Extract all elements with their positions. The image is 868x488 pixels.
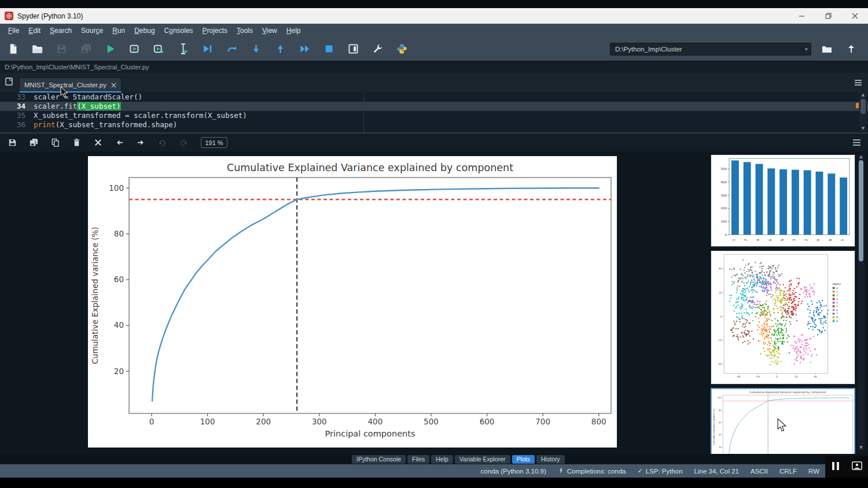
svg-text:7: 7	[744, 239, 748, 241]
pause-icon[interactable]	[832, 461, 840, 473]
scroll-up-icon[interactable]: ▲	[859, 154, 862, 160]
python-path-manager-button[interactable]	[393, 41, 410, 57]
code-line-33[interactable]: 33scaler = StandardScaler()	[0, 93, 868, 102]
pane-tab-ipython-console[interactable]: IPython Console	[352, 455, 406, 464]
menu-source[interactable]: Source	[76, 25, 108, 36]
menu-run[interactable]: Run	[108, 25, 130, 36]
menu-bar: FileEditSearchSourceRunDebugConsolesProj…	[0, 24, 868, 37]
status-ascii[interactable]: ASCII	[751, 468, 768, 475]
scroll-up-icon[interactable]: ▲	[862, 93, 865, 98]
chevron-down-icon[interactable]: ▾	[801, 46, 811, 52]
pane-tab-variable-explorer[interactable]: Variable Explorer	[455, 455, 510, 464]
restore-button[interactable]	[815, 8, 841, 24]
zoom-in-button[interactable]	[177, 136, 190, 149]
run-file-button[interactable]	[102, 41, 118, 57]
save-plot-button[interactable]	[6, 136, 19, 149]
svg-text:40: 40	[719, 267, 722, 270]
pane-tab-plots[interactable]: Plots	[512, 455, 535, 464]
svg-text:1: 1	[836, 290, 838, 293]
zoom-out-button[interactable]	[156, 136, 168, 149]
stop-button[interactable]	[321, 41, 337, 57]
code-line-35[interactable]: 35X_subset_transformed = scaler.transfor…	[0, 111, 868, 120]
svg-text:Cumulative Explained Variance: Cumulative Explained Variance explained …	[749, 391, 826, 394]
svg-text:500: 500	[721, 167, 727, 171]
plots-options-icon[interactable]	[852, 138, 861, 149]
close-button[interactable]	[841, 8, 868, 24]
completions-icon	[558, 468, 564, 474]
recorder-overlay	[825, 456, 868, 478]
thumbnail-cumulative-variance[interactable]: Cumulative Explained Variance explained …	[711, 388, 855, 454]
editor-tab[interactable]: MNIST_Spectral_Cluster.py	[19, 77, 122, 93]
debug-file-button[interactable]	[199, 41, 215, 57]
step-out-button[interactable]	[272, 41, 288, 57]
previous-plot-button[interactable]	[113, 136, 126, 149]
snapshot-icon[interactable]	[852, 461, 862, 472]
browse-working-directory-button[interactable]	[818, 41, 836, 57]
copy-plot-button[interactable]	[49, 136, 61, 149]
editor-scrollbar-thumb[interactable]	[860, 99, 866, 114]
save-button[interactable]	[53, 41, 69, 57]
minimize-button[interactable]	[788, 8, 815, 24]
maximize-pane-button[interactable]	[345, 41, 361, 57]
svg-text:4: 4	[836, 301, 838, 304]
scroll-down-icon[interactable]: ▼	[859, 445, 862, 450]
working-directory-value: D:\Python_Imp\Cluster	[610, 46, 801, 53]
menu-projects[interactable]: Projects	[198, 25, 232, 36]
save-all-plots-button[interactable]	[27, 136, 40, 149]
status-line-34-col-21[interactable]: Line 34, Col 21	[694, 468, 739, 475]
code-editor[interactable]: 33scaler = StandardScaler()34scaler.fit(…	[0, 93, 868, 132]
scroll-down-icon[interactable]: ▼	[862, 126, 865, 131]
menu-tools[interactable]: Tools	[232, 25, 258, 36]
browse-tabs-icon[interactable]	[5, 77, 14, 88]
remove-plot-button[interactable]	[70, 136, 83, 149]
svg-text:40: 40	[114, 320, 124, 330]
editor-scrollbar[interactable]: ▲ ▼	[859, 93, 867, 131]
menu-view[interactable]: View	[258, 25, 282, 36]
run-cell-advance-button[interactable]	[150, 41, 167, 57]
continue-execution-button[interactable]	[296, 41, 312, 57]
menu-search[interactable]: Search	[45, 25, 76, 36]
thumbnail-tsne-scatter[interactable]: -40-2002040-40-2002040labels0123456789	[711, 250, 855, 385]
editor-options-icon[interactable]	[854, 78, 862, 88]
status-completions[interactable]: Completions: conda	[558, 468, 626, 475]
step-out-icon	[275, 43, 286, 54]
run-selection-button[interactable]	[175, 41, 191, 57]
pane-tab-help[interactable]: Help	[431, 455, 453, 464]
run-cell-button[interactable]	[126, 41, 142, 57]
menu-consoles[interactable]: Consoles	[160, 25, 198, 36]
step-over-button[interactable]	[223, 41, 240, 57]
zoom-level: 191 %	[201, 137, 227, 148]
code-line-36[interactable]: 36print(X_subset_transformed.shape)	[0, 120, 868, 130]
svg-text:1: 1	[731, 239, 735, 241]
save-all-button[interactable]	[78, 41, 94, 57]
menu-file[interactable]: File	[3, 25, 24, 36]
status-crlf[interactable]: CRLF	[779, 468, 797, 475]
status-rw[interactable]: RW	[808, 468, 819, 475]
status-conda-python-3-10-9-[interactable]: conda (Python 3.10.9)	[481, 468, 546, 475]
svg-text:4: 4	[756, 239, 760, 241]
next-plot-button[interactable]	[134, 136, 147, 149]
code-line-34[interactable]: 34scaler.fit(X_subset)	[0, 102, 868, 111]
open-folder-button[interactable]	[29, 41, 45, 57]
thumbnails-scrollbar-thumb[interactable]	[859, 160, 863, 261]
svg-text:8: 8	[836, 316, 838, 319]
preferences-button[interactable]	[369, 41, 385, 57]
menu-help[interactable]: Help	[282, 25, 306, 36]
thumbnails-scrollbar[interactable]: ▲ ▼	[858, 154, 865, 450]
thumbnail-bar-chart[interactable]: 01002003004005001746932085	[711, 154, 855, 247]
svg-text:800: 800	[591, 417, 606, 426]
status-lsp[interactable]: ✓LSP: Python	[637, 467, 682, 475]
pane-tab-history[interactable]: History	[536, 455, 565, 464]
parent-directory-button[interactable]	[843, 41, 860, 57]
save-icon	[56, 43, 67, 54]
menu-edit[interactable]: Edit	[24, 25, 45, 36]
step-into-button[interactable]	[248, 41, 264, 57]
svg-text:20: 20	[719, 446, 722, 449]
remove-all-plots-button[interactable]	[91, 136, 104, 149]
new-file-button[interactable]	[5, 41, 21, 57]
svg-text:7: 7	[836, 312, 838, 315]
menu-debug[interactable]: Debug	[130, 25, 159, 36]
pane-tab-files[interactable]: Files	[407, 455, 429, 464]
working-directory-combo[interactable]: D:\Python_Imp\Cluster ▾	[610, 43, 811, 56]
tab-close-icon[interactable]	[111, 80, 116, 90]
